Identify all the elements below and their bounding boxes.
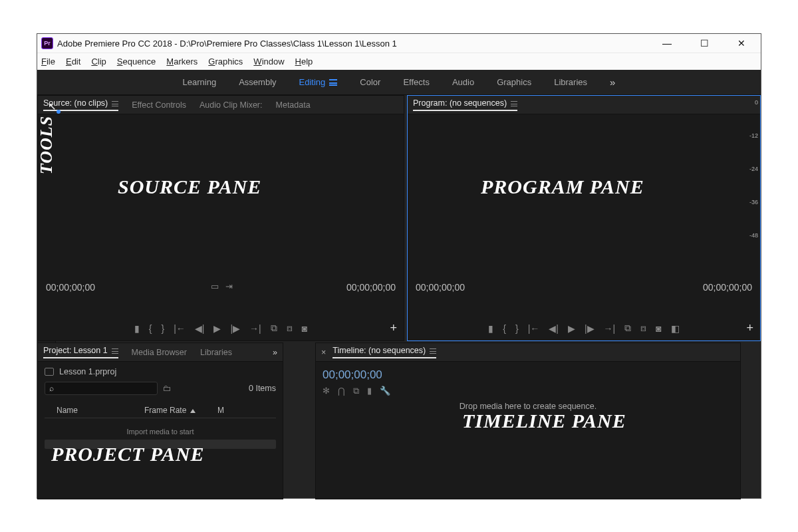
menu-help[interactable]: Help (295, 57, 313, 66)
tab-program[interactable]: Program: (no sequences) (413, 98, 517, 111)
comparison-view-icon[interactable]: ◧ (671, 323, 680, 334)
close-button[interactable]: ✕ (732, 38, 751, 49)
marker-icon[interactable]: ▮ (488, 323, 493, 334)
insert-icon[interactable]: ⧉ (271, 323, 277, 334)
export-frame-icon[interactable]: ◙ (656, 323, 661, 334)
play-icon[interactable]: ▶ (213, 323, 221, 334)
snap-icon[interactable]: ⋂ (338, 386, 345, 396)
program-tabs: Program: (no sequences) (408, 96, 760, 114)
program-tc-right: 00;00;00;00 (703, 282, 752, 293)
ws-libraries[interactable]: Libraries (554, 77, 587, 87)
play-icon[interactable]: ▶ (568, 323, 575, 334)
project-pane: Project: Lesson 1 Media Browser Librarie… (37, 342, 283, 499)
source-tc-left[interactable]: 00;00;00;00 (46, 282, 95, 293)
app-window: Pr Adobe Premiere Pro CC 2018 - D:\Pro\P… (37, 33, 761, 499)
goto-out-icon[interactable]: →| (249, 323, 261, 334)
settings-icon[interactable]: 🔧 (380, 386, 390, 396)
annotation-timeline: TIMELINE PANE (462, 410, 626, 432)
col-frame-rate[interactable]: Frame Rate (144, 406, 217, 415)
extract-icon[interactable]: ⧈ (640, 323, 646, 334)
menu-markers[interactable]: Markers (166, 57, 198, 66)
step-back-icon[interactable]: ◀| (195, 323, 205, 334)
tab-libraries[interactable]: Libraries (200, 348, 232, 357)
overwrite-icon[interactable]: ⧈ (287, 323, 293, 334)
source-settings-icon[interactable]: ⇥ (225, 281, 233, 291)
project-item-count: 0 Items (249, 384, 276, 393)
goto-out-icon[interactable]: →| (604, 323, 616, 334)
menu-sequence[interactable]: Sequence (117, 57, 156, 66)
program-tc-left[interactable]: 00;00;00;00 (416, 282, 465, 293)
project-filename: Lesson 1.prproj (59, 367, 116, 376)
selection-tool-icon[interactable]: ↖ (45, 100, 59, 113)
step-fwd-icon[interactable]: |▶ (230, 323, 240, 334)
col-name[interactable]: Name (45, 406, 144, 415)
menu-file[interactable]: File (41, 57, 55, 66)
tab-more[interactable]: » (273, 348, 277, 357)
ws-assembly[interactable]: Assembly (239, 77, 276, 87)
goto-in-icon[interactable]: |← (528, 323, 540, 334)
menu-clip[interactable]: Clip (91, 57, 106, 66)
menu-window[interactable]: Window (253, 57, 284, 66)
source-fit-icon[interactable]: ▭ (211, 281, 219, 291)
source-transport: ▮ { } |← ◀| ▶ |▶ →| ⧉ ⧈ ◙ + (38, 323, 404, 334)
button-editor-icon[interactable]: + (746, 321, 753, 335)
ws-learning[interactable]: Learning (183, 77, 217, 87)
program-transport: ▮ { } |← ◀| ▶ |▶ →| ⧉ ⧈ ◙ ◧ + (408, 323, 760, 334)
out-point-icon[interactable]: } (515, 323, 519, 334)
tab-media-browser[interactable]: Media Browser (132, 348, 187, 357)
project-scroll-track[interactable] (45, 440, 276, 449)
ws-more[interactable]: » (610, 76, 615, 88)
ws-editing-label: Editing (299, 77, 326, 87)
audio-tick-24: -24 (749, 166, 758, 172)
nest-icon[interactable]: ✻ (323, 386, 330, 396)
hamburger-icon (329, 79, 337, 86)
lift-icon[interactable]: ⧉ (624, 323, 631, 334)
button-editor-icon[interactable]: + (390, 321, 397, 335)
ws-effects[interactable]: Effects (403, 77, 430, 87)
tab-timeline-label: Timeline: (no sequences) (332, 346, 426, 355)
tab-effect-controls[interactable]: Effect Controls (132, 100, 186, 110)
ws-graphics[interactable]: Graphics (497, 77, 531, 87)
hamburger-icon[interactable] (112, 101, 118, 106)
goto-in-icon[interactable]: |← (174, 323, 186, 334)
project-search-input[interactable] (45, 382, 158, 395)
program-pane: Program: (no sequences) PROGRAM PANE 00;… (407, 95, 761, 341)
tab-project[interactable]: Project: Lesson 1 (43, 346, 118, 358)
ws-audio[interactable]: Audio (452, 77, 474, 87)
out-point-icon[interactable]: } (161, 323, 164, 334)
premiere-icon: Pr (41, 37, 53, 49)
timeline-tabs: × Timeline: (no sequences) (316, 343, 740, 362)
timeline-close[interactable]: × (321, 348, 326, 357)
marker-icon[interactable]: ▮ (367, 386, 372, 396)
timeline-tc[interactable]: 00;00;00;00 (323, 368, 733, 382)
linked-selection-icon[interactable]: ⧉ (353, 386, 359, 396)
title-bar: Pr Adobe Premiere Pro CC 2018 - D:\Pro\P… (37, 34, 761, 53)
hamburger-icon[interactable] (112, 348, 118, 354)
hamburger-icon[interactable] (511, 101, 517, 106)
tab-timeline[interactable]: Timeline: (no sequences) (332, 346, 436, 358)
hamburger-icon[interactable] (430, 348, 436, 354)
minimize-button[interactable]: — (657, 38, 677, 49)
menu-edit[interactable]: Edit (66, 57, 80, 66)
ws-color[interactable]: Color (360, 77, 380, 87)
tab-metadata[interactable]: Metadata (276, 100, 311, 110)
in-point-icon[interactable]: { (503, 323, 506, 334)
timeline-drop-msg: Drop media here to create sequence. (323, 402, 733, 411)
workspace-bar: Learning Assembly Editing Color Effects … (37, 70, 761, 95)
marker-icon[interactable]: ▮ (134, 323, 140, 334)
tab-program-label: Program: (no sequences) (413, 98, 507, 108)
tab-audio-clip-mixer[interactable]: Audio Clip Mixer: (200, 100, 262, 110)
window-title: Adobe Premiere Pro CC 2018 - D:\Pro\Prem… (57, 39, 397, 49)
export-frame-icon[interactable]: ◙ (302, 323, 307, 334)
timeline-pane: × Timeline: (no sequences) 00;00;00;00 ✻… (315, 342, 741, 499)
col-m[interactable]: M (217, 406, 224, 415)
new-bin-icon[interactable]: 🗀 (163, 384, 172, 393)
menu-graphics[interactable]: Graphics (208, 57, 243, 66)
ws-editing[interactable]: Editing (299, 77, 338, 87)
step-fwd-icon[interactable]: |▶ (585, 323, 595, 334)
project-columns: Name Frame Rate M (45, 403, 276, 418)
step-back-icon[interactable]: ◀| (549, 323, 559, 334)
in-point-icon[interactable]: { (149, 323, 152, 334)
tab-project-label: Project: Lesson 1 (43, 346, 108, 355)
maximize-button[interactable]: ☐ (694, 38, 714, 49)
